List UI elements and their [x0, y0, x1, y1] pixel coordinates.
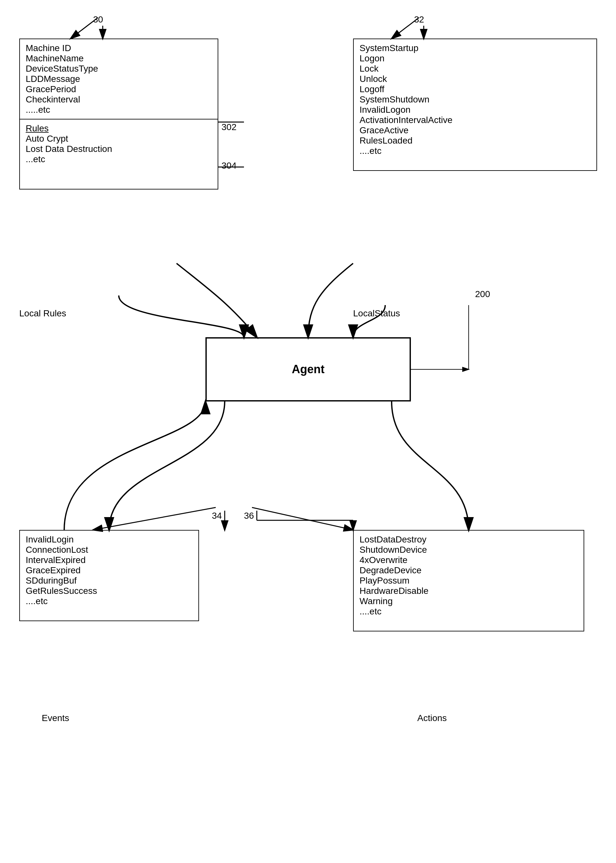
- rules-title: Rules: [26, 123, 212, 134]
- etc-status: ....etc: [360, 146, 591, 156]
- svg-line-15: [93, 507, 216, 530]
- warning: Warning: [360, 596, 578, 606]
- ref-number-34: 34: [212, 511, 222, 521]
- interval-expired: IntervalExpired: [26, 555, 193, 565]
- etc-top: .....etc: [26, 105, 212, 115]
- unlock: Unlock: [360, 74, 591, 84]
- ref-number-30: 30: [93, 14, 103, 25]
- rules-loaded: RulesLoaded: [360, 135, 591, 146]
- play-possum: PlayPossum: [360, 576, 578, 586]
- checkinterval: Checkinterval: [26, 94, 212, 105]
- invalid-logon: InvalidLogon: [360, 105, 591, 115]
- system-startup: SystemStartup: [360, 43, 591, 53]
- grace-period: GracePeriod: [26, 84, 212, 94]
- activation-interval-active: ActivationIntervalActive: [360, 115, 591, 125]
- 4x-overwrite: 4xOverwrite: [360, 555, 578, 565]
- system-shutdown: SystemShutdown: [360, 94, 591, 105]
- ldd-message: LDDMessage: [26, 74, 212, 84]
- etc-actions: ....etc: [360, 606, 578, 617]
- ref-number-200: 200: [475, 289, 490, 299]
- etc-bottom: ...etc: [26, 154, 212, 164]
- ref-number-302: 302: [222, 122, 237, 132]
- etc-events: ....etc: [26, 596, 193, 606]
- events-box: InvalidLogin ConnectionLost IntervalExpi…: [19, 530, 199, 621]
- events-label: Events: [42, 713, 69, 723]
- connection-lost: ConnectionLost: [26, 545, 193, 555]
- hardware-disable: HardwareDisable: [360, 586, 578, 596]
- lost-data-destruction: Lost Data Destruction: [26, 144, 212, 154]
- ref-number-304: 304: [222, 161, 237, 171]
- sd-during-buf: SDduringBuf: [26, 576, 193, 586]
- get-rules-success: GetRulesSuccess: [26, 586, 193, 596]
- machine-id: Machine ID: [26, 43, 212, 53]
- local-status-box: SystemStartup Logon Lock Unlock Logoff S…: [353, 39, 597, 171]
- actions-box: LostDataDestroy ShutdownDevice 4xOverwri…: [353, 530, 584, 632]
- logoff: Logoff: [360, 84, 591, 94]
- svg-line-16: [252, 507, 353, 530]
- lost-data-destroy: LostDataDestroy: [360, 534, 578, 545]
- grace-active: GraceActive: [360, 125, 591, 135]
- lock: Lock: [360, 64, 591, 74]
- logon: Logon: [360, 53, 591, 64]
- grace-expired: GraceExpired: [26, 565, 193, 576]
- degrade-device: DegradeDevice: [360, 565, 578, 576]
- local-rules-box: Machine ID MachineName DeviceStatusType …: [19, 39, 218, 189]
- ref-number-32: 32: [414, 14, 424, 25]
- local-rules-label: Local Rules: [19, 308, 66, 319]
- machine-name: MachineName: [26, 53, 212, 64]
- local-status-label: LocalStatus: [353, 308, 400, 319]
- auto-crypt: Auto Crypt: [26, 134, 212, 144]
- device-status-type: DeviceStatusType: [26, 64, 212, 74]
- agent-label: Agent: [292, 362, 325, 376]
- shutdown-device: ShutdownDevice: [360, 545, 578, 555]
- ref-number-36: 36: [244, 511, 254, 521]
- invalid-login: InvalidLogin: [26, 534, 193, 545]
- actions-label: Actions: [417, 713, 447, 723]
- agent-box: Agent: [206, 337, 411, 402]
